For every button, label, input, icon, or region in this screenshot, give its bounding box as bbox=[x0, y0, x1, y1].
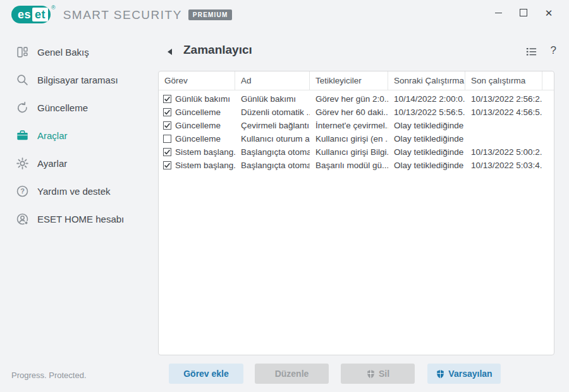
cell-ad: Düzenli otomatik ... bbox=[235, 107, 310, 117]
cell-gorev: Sistem başlang... bbox=[175, 161, 235, 170]
sidebar-item-label: Güncelleme bbox=[37, 102, 88, 113]
row-checkbox[interactable] bbox=[163, 135, 171, 143]
cell-tetikleyiciler: Kullanıcı girişi (en ... bbox=[310, 134, 388, 144]
column-header-tetikleyiciler[interactable]: Tetikleyiciler bbox=[310, 71, 388, 90]
cell-gorev: Günlük bakımı bbox=[175, 94, 230, 104]
sidebar-item-label: Yardım ve destek bbox=[37, 186, 111, 197]
close-icon: ✕ bbox=[545, 8, 553, 18]
column-header-gorev[interactable]: Görev bbox=[159, 71, 235, 90]
sidebar-item-help[interactable]: ? Yardım ve destek bbox=[0, 177, 158, 205]
table-row[interactable]: Güncelleme Kullanıcı oturum a... Kullanı… bbox=[159, 132, 554, 145]
sidebar-item-label: Bilgisayar taraması bbox=[37, 75, 118, 85]
button-label: Sil bbox=[379, 369, 389, 379]
sidebar-item-label: Ayarlar bbox=[37, 158, 67, 169]
uac-shield-icon bbox=[366, 369, 376, 379]
cell-sonraki-calistirma: Olay tetiklediğinde bbox=[388, 161, 465, 170]
sidebar-item-label: ESET HOME hesabı bbox=[37, 214, 124, 224]
premium-badge: PREMIUM bbox=[188, 9, 233, 20]
sidebar-item-computer-scan[interactable]: Bilgisayar taraması bbox=[0, 66, 158, 94]
sidebar-item-label: Araçlar bbox=[37, 130, 68, 141]
maximize-icon bbox=[520, 9, 527, 16]
back-button[interactable] bbox=[168, 47, 176, 56]
cell-tetikleyiciler: Görev her gün 2:0... bbox=[310, 94, 388, 104]
registered-mark: ® bbox=[51, 4, 56, 11]
cell-son-calistirma: 10/13/2022 5:03:4... bbox=[465, 161, 542, 170]
status-text: Progress. Protected. bbox=[11, 371, 87, 380]
cell-son-calistirma: 10/13/2022 2:56:2... bbox=[465, 94, 542, 104]
row-checkbox[interactable] bbox=[163, 148, 171, 156]
update-icon bbox=[16, 101, 29, 114]
cell-gorev: Sistem başlang... bbox=[175, 147, 235, 157]
scheduler-table-panel: Görev Ad Tetikleyiciler Sonraki Çalıştır… bbox=[158, 71, 554, 355]
row-checkbox[interactable] bbox=[163, 121, 171, 130]
cell-sonraki-calistirma: Olay tetiklediğinde bbox=[388, 147, 465, 157]
overview-icon bbox=[16, 46, 29, 59]
cell-tetikleyiciler: Başarılı modül gü... bbox=[310, 161, 388, 170]
cell-sonraki-calistirma: Olay tetiklediğinde bbox=[388, 121, 465, 130]
product-name: SMART SECURITY bbox=[63, 8, 182, 22]
cell-sonraki-calistirma: 10/14/2022 2:00:0... bbox=[388, 94, 465, 104]
row-checkbox[interactable] bbox=[163, 161, 171, 169]
sidebar-item-tools[interactable]: Araçlar bbox=[0, 121, 158, 149]
sidebar-item-overview[interactable]: Genel Bakış bbox=[0, 38, 158, 66]
table-header-row: Görev Ad Tetikleyiciler Sonraki Çalıştır… bbox=[159, 71, 554, 90]
column-header-son-calistirma[interactable]: Son çalıştırma bbox=[465, 71, 542, 90]
table-row[interactable]: Güncelleme Çevirmeli bağlantı... İnterne… bbox=[159, 119, 554, 132]
cell-tetikleyiciler: İnternet'e çevirmel... bbox=[310, 121, 388, 130]
log-list-icon[interactable] bbox=[525, 46, 537, 58]
cell-son-calistirma: 10/13/2022 4:56:5... bbox=[465, 107, 542, 117]
table-row[interactable]: Sistem başlang... Başlangıçta otoma... K… bbox=[159, 145, 554, 159]
cell-ad: Kullanıcı oturum a... bbox=[235, 134, 310, 144]
cell-gorev: Güncelleme bbox=[175, 107, 221, 117]
eset-logo-et: et bbox=[32, 8, 48, 21]
title-bar: es et ® SMART SECURITY PREMIUM ✕ bbox=[0, 0, 569, 29]
row-checkbox[interactable] bbox=[163, 108, 171, 116]
cell-sonraki-calistirma: 10/13/2022 5:56:5... bbox=[388, 107, 465, 117]
cell-ad: Başlangıçta otoma... bbox=[235, 161, 310, 170]
cell-tetikleyiciler: Görev her 60 daki... bbox=[310, 107, 388, 117]
sidebar-item-eset-home-account[interactable]: ESET HOME hesabı bbox=[0, 205, 158, 233]
cell-ad: Çevirmeli bağlantı... bbox=[235, 121, 310, 130]
table-row[interactable]: Güncelleme Düzenli otomatik ... Görev he… bbox=[159, 106, 554, 119]
eset-logo-mark: es et bbox=[11, 6, 51, 23]
button-label: Varsayılan bbox=[448, 369, 492, 379]
uac-shield-icon bbox=[436, 369, 445, 379]
button-label: Düzenle bbox=[275, 369, 309, 379]
cell-sonraki-calistirma: Olay tetiklediğinde bbox=[388, 134, 465, 144]
minimize-icon bbox=[495, 13, 502, 13]
page-header: Zamanlayıcı ? bbox=[158, 42, 569, 64]
table-row[interactable]: Günlük bakımı Günlük bakımı Görev her gü… bbox=[159, 92, 554, 106]
add-task-button[interactable]: Görev ekle bbox=[169, 364, 243, 384]
settings-icon bbox=[16, 157, 29, 170]
svg-text:?: ? bbox=[20, 187, 25, 195]
cell-ad: Günlük bakımı bbox=[235, 94, 310, 104]
sidebar: Genel Bakış Bilgisayar taraması Güncelle… bbox=[0, 38, 158, 233]
cell-gorev: Güncelleme bbox=[175, 134, 221, 144]
window-controls: ✕ bbox=[486, 3, 561, 22]
help-question-icon[interactable]: ? bbox=[551, 44, 556, 57]
account-icon bbox=[16, 212, 29, 226]
minimize-button[interactable] bbox=[486, 3, 511, 22]
tools-icon bbox=[16, 129, 29, 142]
eset-smart-security-window: es et ® SMART SECURITY PREMIUM ✕ Genel B… bbox=[0, 0, 569, 392]
sidebar-item-settings[interactable]: Ayarlar bbox=[0, 149, 158, 177]
delete-button[interactable]: Sil bbox=[341, 364, 415, 384]
sidebar-item-label: Genel Bakış bbox=[37, 47, 89, 58]
edit-button[interactable]: Düzenle bbox=[255, 364, 329, 384]
button-label: Görev ekle bbox=[183, 369, 229, 379]
cell-ad: Başlangıçta otoma... bbox=[235, 147, 310, 157]
sidebar-item-update[interactable]: Güncelleme bbox=[0, 94, 158, 121]
eset-logo: es et ® SMART SECURITY PREMIUM bbox=[11, 6, 232, 23]
row-checkbox[interactable] bbox=[163, 95, 171, 103]
cell-gorev: Güncelleme bbox=[175, 121, 221, 130]
help-icon: ? bbox=[16, 185, 29, 198]
eset-logo-es: es bbox=[18, 8, 31, 21]
column-header-ad[interactable]: Ad bbox=[235, 71, 310, 90]
cell-son-calistirma: 10/13/2022 5:00:2... bbox=[465, 147, 542, 157]
close-button[interactable]: ✕ bbox=[536, 3, 561, 22]
maximize-button[interactable] bbox=[511, 3, 536, 22]
default-button[interactable]: Varsayılan bbox=[427, 364, 501, 384]
column-header-sonraki-calistirma[interactable]: Sonraki Çalıştırma bbox=[388, 71, 465, 90]
table-row[interactable]: Sistem başlang... Başlangıçta otoma... B… bbox=[159, 159, 554, 172]
computer-scan-icon bbox=[16, 73, 29, 87]
